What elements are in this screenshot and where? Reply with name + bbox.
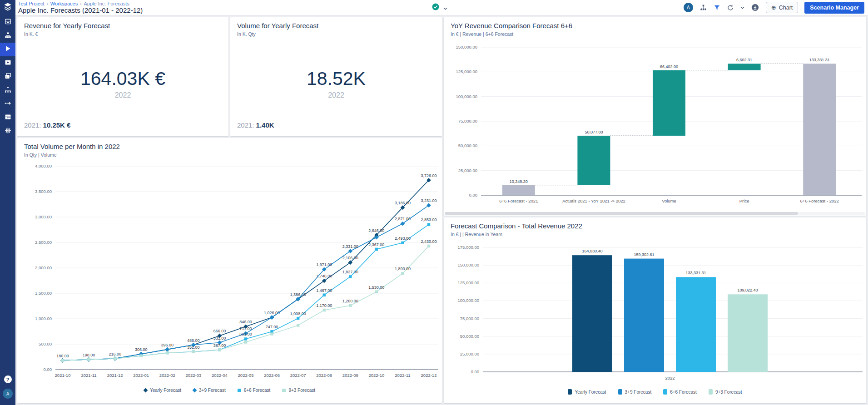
svg-text:2022-04: 2022-04: [212, 373, 228, 378]
sidebar-item-logo[interactable]: [0, 0, 15, 15]
legend-item-3-9-forecast[interactable]: 3+9 Forecast: [193, 388, 226, 393]
svg-text:486.00: 486.00: [187, 338, 200, 343]
svg-text:603.00: 603.00: [239, 332, 252, 336]
horizontal-scrollbar[interactable]: [445, 212, 865, 215]
sidebar-item-data-tables[interactable]: [0, 111, 15, 124]
breadcrumb-link-workspaces[interactable]: Workspaces: [50, 1, 78, 6]
download-icon[interactable]: [751, 3, 759, 12]
hierarchy-icon[interactable]: [699, 4, 707, 11]
svg-text:2,000.00: 2,000.00: [35, 265, 52, 270]
kpi-previous-year: 2021:1.40K: [237, 121, 274, 129]
table-icon: [4, 113, 12, 123]
chart-subtitle: In Qty | Volume: [24, 152, 57, 158]
svg-text:2021-12: 2021-12: [107, 373, 123, 378]
logo-layers-icon: [3, 2, 13, 14]
sidebar-item-simulations[interactable]: [0, 43, 15, 56]
svg-text:2022-10: 2022-10: [368, 373, 384, 378]
svg-text:2021-11: 2021-11: [81, 373, 96, 378]
svg-text:2,493.00: 2,493.00: [395, 236, 411, 241]
svg-text:133,331.31: 133,331.31: [809, 58, 830, 62]
saved-indicator[interactable]: [432, 3, 447, 13]
sidebar-item-presentations[interactable]: [0, 56, 15, 70]
legend-item-6-6-forecast[interactable]: 6+6 Forecast: [663, 389, 697, 395]
svg-text:666.00: 666.00: [213, 329, 226, 333]
svg-text:Actuals 2021 - YoY 2021 -> 202: Actuals 2021 - YoY 2021 -> 2022: [562, 198, 625, 203]
header-actions: A ⊕ Chart Scenario Manager: [684, 0, 864, 15]
chart-subtitle: In € | Revenue | 6+6 Forecast: [451, 31, 513, 37]
svg-text:0.00: 0.00: [469, 193, 478, 198]
sidebar-item-projects[interactable]: [0, 15, 15, 29]
user-avatar[interactable]: A: [684, 3, 693, 12]
svg-text:3,500.00: 3,500.00: [35, 189, 52, 194]
card-title: Revenue for Yearly Forecast: [24, 22, 110, 30]
svg-text:387.00: 387.00: [213, 343, 226, 348]
caret-down-icon[interactable]: [443, 4, 447, 12]
bar-chart: 0.0025,000.0050,000.0075,000.00100,000.0…: [447, 240, 863, 387]
breadcrumb-link-project[interactable]: Test Project: [18, 1, 44, 6]
svg-text:2022-03: 2022-03: [185, 373, 201, 378]
org-nodes-icon: [4, 86, 12, 95]
svg-text:2022-11: 2022-11: [395, 373, 410, 378]
chart-title: Total Volume per Month in 2022: [24, 143, 120, 150]
svg-text:1,467.00: 1,467.00: [316, 288, 332, 293]
sidebar-item-scenario-tree[interactable]: [0, 84, 15, 97]
svg-text:66,402.00: 66,402.00: [660, 64, 678, 69]
svg-text:175,000.00: 175,000.00: [457, 245, 479, 250]
svg-text:3,000.00: 3,000.00: [35, 214, 52, 219]
svg-text:125,000.00: 125,000.00: [456, 69, 477, 74]
sidebar-item-model[interactable]: [0, 29, 15, 43]
legend-item-yearly-forecast[interactable]: Yearly Forecast: [144, 388, 181, 393]
scenario-manager-button[interactable]: Scenario Manager: [804, 2, 864, 14]
svg-text:2022-09: 2022-09: [342, 373, 358, 378]
legend-swatch-icon: [663, 389, 667, 395]
svg-text:75,000.00: 75,000.00: [458, 119, 477, 123]
svg-text:1,026.00: 1,026.00: [264, 311, 280, 315]
svg-text:1,170.00: 1,170.00: [316, 303, 332, 308]
sidebar-item-settings[interactable]: [0, 124, 15, 138]
svg-text:10,249.20: 10,249.20: [510, 179, 528, 184]
sidebar-item-workspaces[interactable]: [0, 70, 15, 84]
svg-text:711.00: 711.00: [240, 326, 252, 331]
sitemap-icon: [4, 31, 12, 41]
svg-text:3,231.00: 3,231.00: [421, 198, 436, 203]
svg-text:150,000.00: 150,000.00: [456, 44, 477, 49]
kpi-value: 164.03K €: [17, 68, 228, 89]
legend-item-9-3-forecast[interactable]: 9+3 Forecast: [709, 389, 742, 395]
slides-icon: [4, 72, 12, 82]
svg-text:216.00: 216.00: [109, 352, 121, 356]
legend-item-3-9-forecast[interactable]: 3+9 Forecast: [618, 389, 652, 395]
line-chart: 0.00500.001,000.001,500.002,000.002,500.…: [21, 159, 438, 388]
legend-item-yearly-forecast[interactable]: Yearly Forecast: [568, 389, 606, 395]
breadcrumb-separator-icon: ›: [80, 1, 81, 6]
svg-text:1,746.00: 1,746.00: [316, 274, 332, 278]
kpi-year: 2022: [230, 91, 442, 99]
filter-icon[interactable]: [714, 4, 720, 11]
help-icon[interactable]: ?: [4, 375, 12, 383]
svg-text:2,430.00: 2,430.00: [421, 239, 436, 244]
svg-text:109,022.40: 109,022.40: [737, 288, 758, 292]
legend-item-9-3-forecast[interactable]: 9+3 Forecast: [282, 388, 315, 393]
sidebar-item-assumptions[interactable]: [0, 97, 15, 111]
legend-square-icon: [238, 389, 241, 392]
svg-text:2,367.00: 2,367.00: [368, 242, 384, 247]
chart-subtitle: In € | | Revenue in Years: [451, 232, 502, 237]
card-unit: In K. Qty: [237, 31, 256, 37]
svg-text:4,000.00: 4,000.00: [35, 163, 52, 168]
svg-text:2022-02: 2022-02: [159, 373, 175, 378]
svg-text:2,331.00: 2,331.00: [342, 244, 358, 249]
refresh-icon[interactable]: [727, 4, 734, 11]
add-chart-button[interactable]: ⊕ Chart: [766, 2, 798, 13]
kpi-previous-year: 2021:10.25K €: [24, 121, 70, 129]
svg-text:3,726.00: 3,726.00: [421, 173, 436, 178]
svg-text:100,000.00: 100,000.00: [457, 298, 479, 303]
caret-down-icon[interactable]: [740, 6, 744, 9]
scrollbar-thumb[interactable]: [445, 212, 798, 215]
line-chart-legend: Yearly Forecast3+9 Forecast6+6 Forecast9…: [17, 388, 442, 393]
sidebar-avatar[interactable]: A: [3, 389, 13, 399]
legend-square-icon: [282, 389, 286, 392]
add-circle-icon: ⊕: [771, 4, 776, 11]
kpi-card-volume: Volume for Yearly Forecast In K. Qty 18.…: [230, 17, 442, 136]
svg-text:351.00: 351.00: [187, 345, 200, 350]
svg-text:1,530.00: 1,530.00: [368, 285, 384, 290]
legend-item-6-6-forecast[interactable]: 6+6 Forecast: [238, 388, 271, 393]
